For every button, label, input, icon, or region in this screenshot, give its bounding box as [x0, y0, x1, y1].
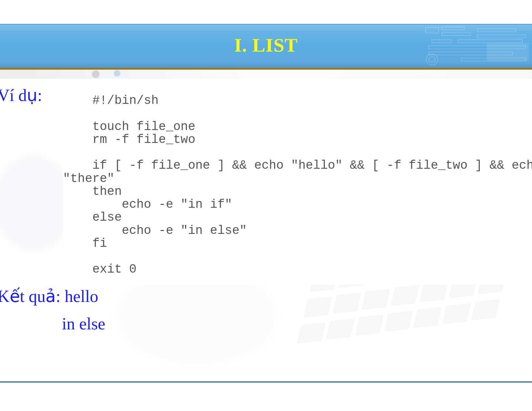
- example-label: Ví dụ:: [0, 85, 45, 105]
- result-line-1: Kết quả: hello: [0, 286, 105, 306]
- svg-rect-2: [442, 33, 471, 35]
- result-value-1: hello: [65, 287, 98, 306]
- header-bar: I. LIST: [0, 24, 532, 70]
- svg-rect-3: [477, 29, 516, 32]
- header-photo-strip: [0, 70, 532, 79]
- svg-rect-4: [477, 35, 526, 38]
- header-decoration: [422, 25, 532, 68]
- svg-point-11: [429, 56, 435, 63]
- svg-rect-5: [432, 40, 451, 43]
- result-label: Kết quả:: [0, 287, 60, 306]
- svg-point-10: [426, 54, 438, 65]
- code-block: #!/bin/sh touch file_one rm -f file_two …: [63, 92, 532, 285]
- result-value-2: in else: [62, 314, 105, 333]
- result-block: Kết quả: hello in else: [0, 286, 105, 333]
- svg-rect-0: [426, 27, 438, 33]
- svg-rect-6: [458, 40, 522, 43]
- footer-divider: [0, 381, 532, 383]
- svg-rect-12: [487, 43, 529, 61]
- svg-rect-1: [442, 27, 464, 30]
